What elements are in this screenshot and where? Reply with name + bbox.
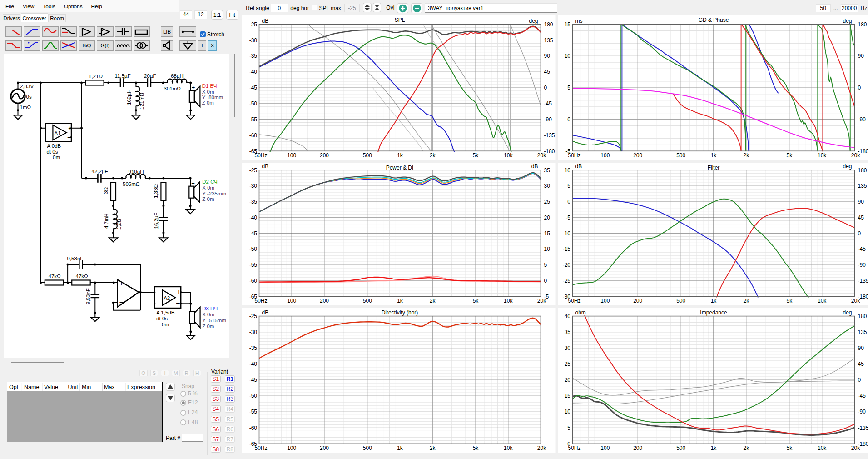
svg-text:10k: 10k xyxy=(504,445,513,451)
svg-text:50Hz: 50Hz xyxy=(254,298,267,304)
svg-text:-40: -40 xyxy=(249,215,258,221)
svg-text:-45: -45 xyxy=(858,246,866,252)
svg-text:-40: -40 xyxy=(249,69,258,75)
svg-text:Min: Min xyxy=(82,384,91,390)
svg-text:20k: 20k xyxy=(537,152,546,159)
svg-text:1k: 1k xyxy=(711,445,717,451)
svg-text:5k: 5k xyxy=(786,152,793,159)
svg-text:5: 5 xyxy=(567,183,570,189)
svg-text:-55: -55 xyxy=(249,262,258,268)
svg-text:15: 15 xyxy=(565,393,571,399)
svg-text:-30: -30 xyxy=(249,329,258,335)
svg-text:Opt: Opt xyxy=(9,384,19,390)
svg-text:500: 500 xyxy=(676,445,685,451)
svg-text:-90: -90 xyxy=(858,409,866,415)
svg-text:-30: -30 xyxy=(249,37,258,44)
svg-text:dB: dB xyxy=(575,163,582,170)
svg-text:10k: 10k xyxy=(504,298,513,304)
svg-text:Name: Name xyxy=(24,384,39,390)
svg-text:-45: -45 xyxy=(249,230,258,237)
svg-text:200: 200 xyxy=(320,298,329,304)
svg-text:1k: 1k xyxy=(711,298,717,304)
svg-text:0: 0 xyxy=(544,85,547,91)
svg-text:SPL: SPL xyxy=(395,17,405,23)
svg-text:15: 15 xyxy=(565,21,571,28)
svg-text:-15: -15 xyxy=(563,246,571,252)
svg-text:-45: -45 xyxy=(544,100,552,107)
svg-text:20k: 20k xyxy=(537,445,546,451)
svg-text:deg: deg xyxy=(529,18,538,24)
svg-text:Unit: Unit xyxy=(68,384,79,390)
svg-text:1k: 1k xyxy=(397,152,403,159)
svg-text:100: 100 xyxy=(600,445,610,451)
svg-text:deg: deg xyxy=(843,163,852,170)
svg-text:0: 0 xyxy=(858,377,861,383)
svg-text:1k: 1k xyxy=(397,445,403,451)
svg-text:Impedance: Impedance xyxy=(700,309,727,316)
svg-text:Value: Value xyxy=(44,384,58,390)
svg-text:dB: dB xyxy=(531,163,538,170)
svg-text:45: 45 xyxy=(858,215,864,221)
svg-text:5k: 5k xyxy=(473,152,479,159)
svg-text:5k: 5k xyxy=(786,445,793,451)
svg-text:Max: Max xyxy=(104,384,115,390)
svg-text:20k: 20k xyxy=(851,298,860,304)
svg-text:10: 10 xyxy=(565,167,571,174)
svg-text:180: 180 xyxy=(858,313,867,319)
svg-text:10k: 10k xyxy=(818,152,827,159)
svg-text:-30: -30 xyxy=(249,183,258,189)
svg-text:10k: 10k xyxy=(818,298,827,304)
svg-text:2k: 2k xyxy=(743,445,749,451)
svg-text:10k: 10k xyxy=(818,445,827,451)
svg-text:0: 0 xyxy=(544,278,547,284)
svg-text:100: 100 xyxy=(287,298,296,304)
svg-text:10k: 10k xyxy=(504,152,513,159)
svg-text:-60: -60 xyxy=(249,425,258,431)
svg-text:50Hz: 50Hz xyxy=(568,298,580,304)
svg-text:0: 0 xyxy=(567,199,570,205)
svg-text:dB: dB xyxy=(262,18,269,24)
svg-text:ohm: ohm xyxy=(575,309,586,316)
svg-text:40: 40 xyxy=(565,313,571,319)
svg-text:200: 200 xyxy=(320,152,329,159)
svg-text:-90: -90 xyxy=(544,116,552,123)
svg-text:10: 10 xyxy=(544,246,551,252)
svg-text:-45: -45 xyxy=(249,377,258,383)
svg-text:5k: 5k xyxy=(786,298,793,304)
svg-text:0: 0 xyxy=(858,85,861,91)
svg-text:50Hz: 50Hz xyxy=(568,152,580,159)
svg-text:100: 100 xyxy=(287,445,296,451)
svg-text:ms: ms xyxy=(575,18,583,24)
svg-text:-45: -45 xyxy=(249,85,258,91)
svg-text:-135: -135 xyxy=(858,278,868,284)
svg-text:2k: 2k xyxy=(430,152,436,159)
svg-text:-55: -55 xyxy=(249,116,258,123)
svg-text:135: 135 xyxy=(544,37,553,44)
svg-text:5: 5 xyxy=(567,425,570,431)
svg-text:Directivity (hor): Directivity (hor) xyxy=(382,309,418,316)
svg-text:5: 5 xyxy=(544,262,547,268)
svg-text:-20: -20 xyxy=(563,262,571,268)
svg-text:15: 15 xyxy=(544,230,551,237)
svg-text:2k: 2k xyxy=(743,298,749,304)
svg-text:-35: -35 xyxy=(249,53,258,59)
svg-text:2k: 2k xyxy=(430,298,436,304)
svg-text:20k: 20k xyxy=(851,152,860,159)
svg-text:-50: -50 xyxy=(249,246,258,252)
svg-text:1k: 1k xyxy=(397,298,403,304)
svg-text:180: 180 xyxy=(544,21,553,28)
svg-text:10: 10 xyxy=(565,409,571,415)
svg-text:-35: -35 xyxy=(249,345,258,351)
svg-text:50Hz: 50Hz xyxy=(254,152,267,159)
svg-text:GD & Phase: GD & Phase xyxy=(699,17,729,23)
svg-text:90: 90 xyxy=(858,345,864,351)
svg-text:100: 100 xyxy=(600,298,610,304)
svg-text:500: 500 xyxy=(363,152,372,159)
svg-text:200: 200 xyxy=(633,298,642,304)
svg-text:-45: -45 xyxy=(858,393,866,399)
svg-text:deg: deg xyxy=(843,18,852,24)
svg-text:-5: -5 xyxy=(565,215,570,221)
svg-text:Filter: Filter xyxy=(708,165,720,171)
svg-text:500: 500 xyxy=(676,298,685,304)
svg-text:500: 500 xyxy=(363,445,372,451)
